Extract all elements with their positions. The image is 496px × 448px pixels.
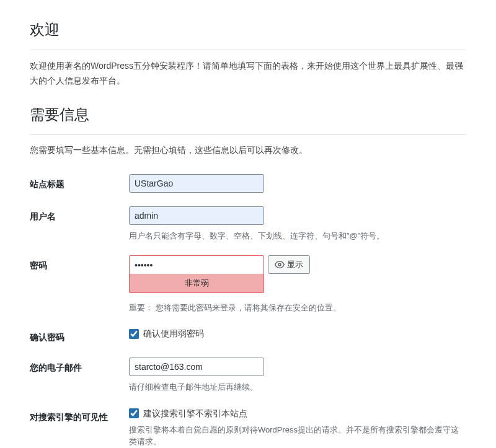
weak-password-checkbox-label: 确认使用弱密码 [143, 327, 204, 340]
label-password: 密码 [30, 255, 129, 272]
search-visibility-checkbox-label: 建议搜索引擎不索引本站点 [143, 407, 247, 420]
label-site-title: 站点标题 [30, 174, 129, 191]
row-email: 您的电子邮件 请仔细检查电子邮件地址后再继续。 [30, 358, 466, 393]
label-username: 用户名 [30, 206, 129, 223]
row-username: 用户名 用户名只能含有字母、数字、空格、下划线、连字符、句号和"@"符号。 [30, 206, 466, 242]
email-hint: 请仔细检查电子邮件地址后再继续。 [129, 381, 466, 393]
info-desc: 您需要填写一些基本信息。无需担心填错，这些信息以后可以再次修改。 [30, 144, 466, 157]
password-important-note: 重要： 您将需要此密码来登录，请将其保存在安全的位置。 [129, 302, 466, 314]
site-title-input[interactable] [129, 174, 264, 193]
svg-point-0 [278, 263, 281, 266]
email-input[interactable] [129, 358, 264, 376]
search-visibility-hint: 搜索引擎将本着自觉自愿的原则对待WordPress提出的请求。并不是所有搜索引擎… [129, 424, 466, 448]
info-heading: 需要信息 [30, 103, 466, 135]
row-password: 密码 非常弱 显示 重要： 您将需要此密码来登录，请将其保存在安全的位置。 [30, 255, 466, 314]
welcome-heading: 欢迎 [30, 19, 466, 50]
label-email: 您的电子邮件 [30, 358, 129, 374]
label-search-visibility: 对搜索引擎的可见性 [30, 407, 129, 424]
password-input[interactable] [129, 255, 264, 274]
row-confirm-password: 确认密码 确认使用弱密码 [30, 327, 466, 344]
username-input[interactable] [129, 206, 264, 225]
label-confirm-password: 确认密码 [30, 327, 129, 344]
weak-password-checkbox[interactable] [129, 329, 139, 339]
welcome-intro: 欢迎使用著名的WordPress五分钟安装程序！请简单地填写下面的表格，来开始使… [30, 59, 466, 89]
row-site-title: 站点标题 [30, 174, 466, 193]
username-hint: 用户名只能含有字母、数字、空格、下划线、连字符、句号和"@"符号。 [129, 230, 466, 242]
show-password-label: 显示 [287, 259, 303, 270]
search-visibility-checkbox[interactable] [129, 408, 139, 418]
install-form-container: 欢迎 欢迎使用著名的WordPress五分钟安装程序！请简单地填写下面的表格，来… [0, 0, 496, 448]
show-password-button[interactable]: 显示 [268, 255, 310, 274]
password-strength-indicator: 非常弱 [129, 274, 264, 293]
row-search-visibility: 对搜索引擎的可见性 建议搜索引擎不索引本站点 搜索引擎将本着自觉自愿的原则对待W… [30, 407, 466, 448]
eye-icon [275, 260, 285, 270]
